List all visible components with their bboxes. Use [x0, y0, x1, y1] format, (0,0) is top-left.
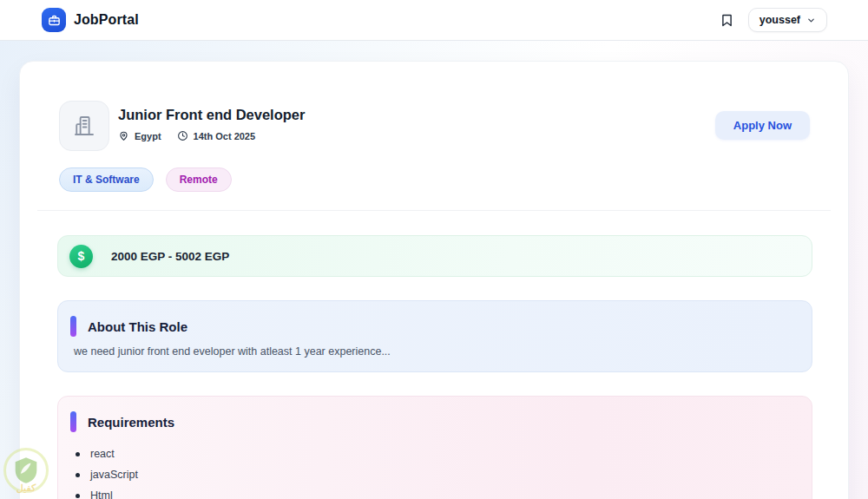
- requirement-text: javaScript: [90, 469, 138, 481]
- requirements-heading: Requirements: [88, 415, 174, 430]
- job-meta: Egypt 14th Oct 2025: [118, 130, 255, 141]
- location-text: Egypt: [135, 131, 161, 141]
- bullet-dot: [76, 473, 80, 477]
- list-item: react: [76, 443, 812, 464]
- requirement-text: Html: [90, 489, 113, 499]
- user-menu-button[interactable]: youssef: [748, 8, 827, 32]
- building-icon: [71, 113, 97, 139]
- dollar-icon: $: [69, 245, 93, 268]
- job-location: Egypt: [118, 130, 161, 141]
- user-name: youssef: [760, 14, 800, 26]
- apply-now-button[interactable]: Apply Now: [715, 111, 810, 140]
- list-item: javaScript: [76, 464, 812, 485]
- salary-text: 2000 EGP - 5002 EGP: [111, 250, 229, 263]
- list-item: Html: [76, 485, 812, 499]
- requirements-list: react javaScript Html: [58, 443, 812, 499]
- requirement-text: react: [90, 448, 115, 460]
- divider: [37, 210, 831, 211]
- about-heading-row: About This Role: [70, 316, 812, 337]
- about-heading: About This Role: [88, 319, 187, 334]
- about-body: we need junior front end eveloper with a…: [74, 345, 796, 358]
- date-text: 14th Oct 2025: [194, 131, 256, 141]
- briefcase-icon: [42, 8, 66, 32]
- tag-category: IT & Software: [59, 167, 154, 192]
- accent-bar: [70, 316, 76, 337]
- bookmark-icon[interactable]: [720, 13, 734, 28]
- requirements-heading-row: Requirements: [70, 411, 812, 432]
- accent-bar: [70, 411, 76, 432]
- brand-name: JobPortal: [74, 12, 139, 28]
- brand-link[interactable]: JobPortal: [42, 8, 139, 32]
- about-section: About This Role we need junior front end…: [57, 300, 812, 372]
- company-logo: [59, 101, 109, 151]
- job-tags: IT & Software Remote: [59, 167, 232, 192]
- chevron-down-icon: [806, 16, 816, 25]
- clock-icon: [177, 130, 188, 141]
- bullet-dot: [76, 452, 80, 456]
- navbar-actions: youssef: [720, 8, 827, 32]
- tag-worktype: Remote: [166, 167, 232, 192]
- navbar: JobPortal youssef: [0, 0, 868, 41]
- map-pin-icon: [118, 130, 129, 141]
- job-date: 14th Oct 2025: [177, 130, 256, 141]
- job-portal-page: JobPortal youssef: [0, 0, 868, 499]
- bullet-dot: [76, 494, 80, 498]
- requirements-section: Requirements react javaScript Html: [57, 396, 812, 499]
- job-detail-card: Junior Front end Developer Egypt: [19, 61, 849, 499]
- salary-range: $ 2000 EGP - 5002 EGP: [57, 235, 812, 277]
- job-title: Junior Front end Developer: [118, 107, 305, 123]
